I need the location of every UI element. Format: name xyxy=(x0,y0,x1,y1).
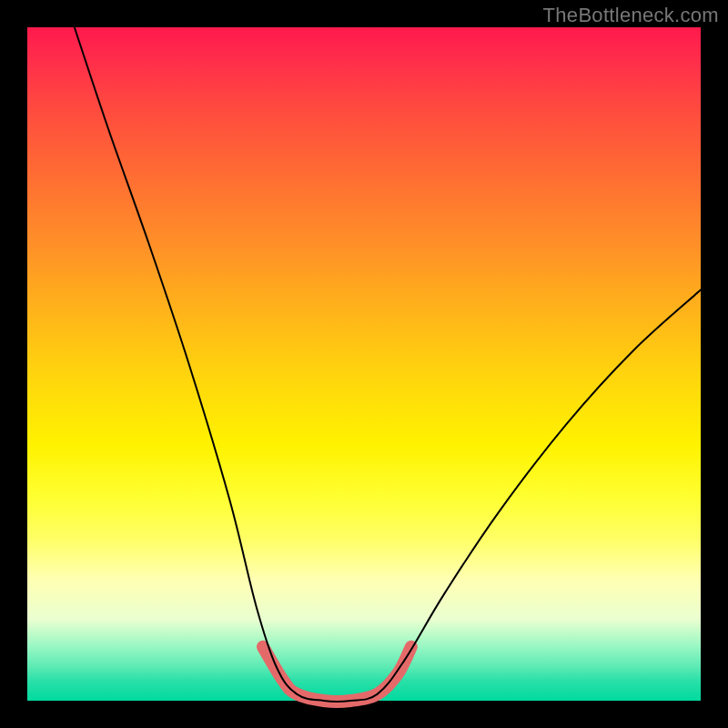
valley-highlight-path xyxy=(263,647,411,702)
bottleneck-curve-path xyxy=(75,27,701,702)
watermark-text: TheBottleneck.com xyxy=(543,4,719,27)
chart-svg xyxy=(27,27,701,701)
chart-frame: TheBottleneck.com xyxy=(0,0,728,728)
plot-area xyxy=(27,27,701,701)
